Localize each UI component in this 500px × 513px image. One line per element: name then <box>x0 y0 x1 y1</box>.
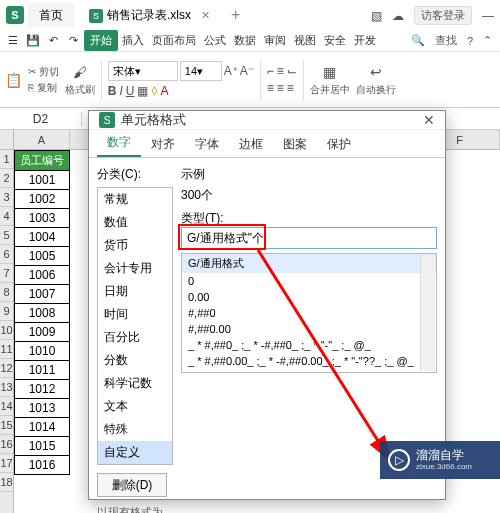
table-row[interactable]: 1008 <box>14 304 70 323</box>
format-painter-button[interactable]: 🖌 格式刷 <box>65 63 95 97</box>
menu-start[interactable]: 开始 <box>84 30 118 51</box>
save-icon[interactable]: 💾 <box>24 32 42 50</box>
search-icon[interactable]: 🔍 <box>411 34 425 47</box>
scrollbar[interactable] <box>420 255 435 371</box>
decrease-font-icon[interactable]: A⁻ <box>240 64 254 78</box>
cat-special[interactable]: 特殊 <box>98 418 172 441</box>
autowrap-button[interactable]: ↩自动换行 <box>356 63 396 97</box>
menu-security[interactable]: 安全 <box>320 33 350 48</box>
dialog-titlebar[interactable]: S 单元格格式 ✕ <box>89 111 445 130</box>
help-icon[interactable]: ? <box>467 35 473 47</box>
format-list[interactable]: G/通用格式 0 0.00 #,##0 #,##0.00 _ * #,##0_ … <box>181 253 437 373</box>
name-box[interactable]: D2 <box>0 112 82 126</box>
table-row[interactable]: 1011 <box>14 361 70 380</box>
table-row[interactable]: 1006 <box>14 266 70 285</box>
table-row[interactable]: 1014 <box>14 418 70 437</box>
border-button[interactable]: ▦ <box>137 84 148 98</box>
increase-font-icon[interactable]: A⁺ <box>224 64 238 78</box>
cat-accounting[interactable]: 会计专用 <box>98 257 172 280</box>
dialog-close-button[interactable]: ✕ <box>423 112 435 128</box>
table-row[interactable]: 1002 <box>14 190 70 209</box>
menu-data[interactable]: 数据 <box>230 33 260 48</box>
cat-number[interactable]: 数值 <box>98 211 172 234</box>
menu-formula[interactable]: 公式 <box>200 33 230 48</box>
copy-button[interactable]: ⎘ 复制 <box>28 81 59 95</box>
font-name-select[interactable]: 宋体 ▾ <box>108 61 178 81</box>
align-top-icon[interactable]: ⌐ <box>267 64 274 78</box>
menu-dev[interactable]: 开发 <box>350 33 380 48</box>
italic-button[interactable]: I <box>119 84 122 98</box>
new-tab-button[interactable]: + <box>231 6 240 24</box>
cat-general[interactable]: 常规 <box>98 188 172 211</box>
menu-layout[interactable]: 页面布局 <box>148 33 200 48</box>
tab-protect[interactable]: 保护 <box>317 132 361 157</box>
bold-button[interactable]: B <box>108 84 117 98</box>
cat-custom[interactable]: 自定义 <box>98 441 172 464</box>
font-size-select[interactable]: 14 ▾ <box>180 61 222 81</box>
cat-date[interactable]: 日期 <box>98 280 172 303</box>
font-color-button[interactable]: A <box>160 84 168 98</box>
category-list[interactable]: 常规 数值 货币 会计专用 日期 时间 百分比 分数 科学记数 文本 特殊 自定… <box>97 187 173 465</box>
app-icon-2[interactable]: ☁ <box>392 9 404 23</box>
table-row[interactable]: 1001 <box>14 171 70 190</box>
fill-color-button[interactable]: ◊ <box>151 84 157 98</box>
hint-text: 以现有格式为基础，生成自定义的数字格式。 <box>97 505 173 513</box>
redo-icon[interactable]: ↷ <box>64 32 82 50</box>
format-item[interactable]: #,##0.00 <box>182 321 436 337</box>
table-header-empnum[interactable]: 员工编号 <box>14 150 70 171</box>
cut-button[interactable]: ✂ 剪切 <box>28 65 59 79</box>
table-row[interactable]: 1016 <box>14 456 70 475</box>
table-row[interactable]: 1005 <box>14 247 70 266</box>
watermark-brand: 溜溜自学 <box>416 448 472 462</box>
align-middle-icon[interactable]: ≡ <box>277 64 284 78</box>
cat-percent[interactable]: 百分比 <box>98 326 172 349</box>
tab-file[interactable]: S 销售记录表.xlsx ✕ <box>78 3 221 27</box>
tab-font[interactable]: 字体 <box>185 132 229 157</box>
menu-view[interactable]: 视图 <box>290 33 320 48</box>
align-bottom-icon[interactable]: ⌙ <box>287 64 297 78</box>
format-item[interactable]: 0.00 <box>182 289 436 305</box>
tab-border[interactable]: 边框 <box>229 132 273 157</box>
menu-insert[interactable]: 插入 <box>118 33 148 48</box>
search-label[interactable]: 查找 <box>435 33 457 48</box>
file-menu-button[interactable]: ☰ <box>4 32 22 50</box>
format-item[interactable]: 0 <box>182 273 436 289</box>
login-badge[interactable]: 访客登录 <box>414 6 472 25</box>
type-input[interactable] <box>181 227 437 249</box>
paste-group[interactable]: 📋 <box>4 71 22 89</box>
format-item[interactable]: _ * #,##0_ ;_ * -#,##0_ ;_ * "-"_ ;_ @_ <box>182 337 436 353</box>
align-right-icon[interactable]: ≡ <box>287 81 294 95</box>
table-row[interactable]: 1012 <box>14 380 70 399</box>
close-tab-icon[interactable]: ✕ <box>201 9 210 22</box>
table-row[interactable]: 1004 <box>14 228 70 247</box>
table-row[interactable]: 1015 <box>14 437 70 456</box>
merge-center-button[interactable]: ▦合并居中 <box>310 63 350 97</box>
tab-home[interactable]: 首页 <box>28 3 74 27</box>
underline-button[interactable]: U <box>126 84 135 98</box>
cat-scientific[interactable]: 科学记数 <box>98 372 172 395</box>
dialog-tabs: 数字 对齐 字体 边框 图案 保护 <box>89 130 445 158</box>
cat-time[interactable]: 时间 <box>98 303 172 326</box>
tab-align[interactable]: 对齐 <box>141 132 185 157</box>
align-left-icon[interactable]: ≡ <box>267 81 274 95</box>
undo-icon[interactable]: ↶ <box>44 32 62 50</box>
table-row[interactable]: 1013 <box>14 399 70 418</box>
cat-currency[interactable]: 货币 <box>98 234 172 257</box>
tab-number[interactable]: 数字 <box>97 130 141 157</box>
menu-review[interactable]: 审阅 <box>260 33 290 48</box>
delete-format-button[interactable]: 删除(D) <box>97 473 167 497</box>
format-item[interactable]: _ * #,##0.00_ ;_ * -#,##0.00_ ;_ * "-"??… <box>182 353 436 369</box>
format-item[interactable]: #,##0 <box>182 305 436 321</box>
collapse-ribbon-icon[interactable]: ⌃ <box>483 34 492 47</box>
format-item[interactable]: G/通用格式 <box>182 254 436 273</box>
table-row[interactable]: 1009 <box>14 323 70 342</box>
table-row[interactable]: 1010 <box>14 342 70 361</box>
align-center-icon[interactable]: ≡ <box>277 81 284 95</box>
table-row[interactable]: 1003 <box>14 209 70 228</box>
tab-pattern[interactable]: 图案 <box>273 132 317 157</box>
minimize-icon[interactable]: — <box>482 9 494 23</box>
cat-fraction[interactable]: 分数 <box>98 349 172 372</box>
table-row[interactable]: 1007 <box>14 285 70 304</box>
app-icon-1[interactable]: ▧ <box>371 9 382 23</box>
cat-text[interactable]: 文本 <box>98 395 172 418</box>
